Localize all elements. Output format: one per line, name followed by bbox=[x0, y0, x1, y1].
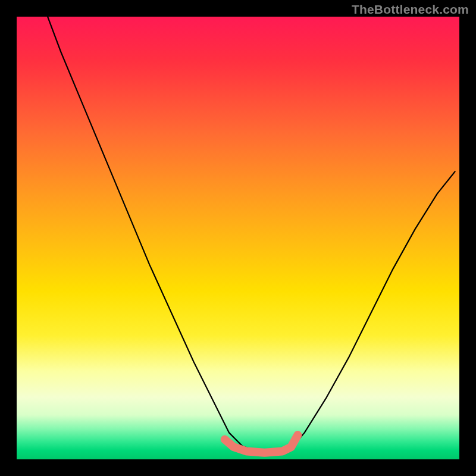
attribution-label: TheBottleneck.com bbox=[352, 2, 469, 17]
valley-band-line bbox=[225, 435, 298, 453]
chart-svg bbox=[17, 17, 459, 459]
chart-plot-area bbox=[17, 17, 459, 459]
main-curve-line bbox=[48, 17, 455, 453]
